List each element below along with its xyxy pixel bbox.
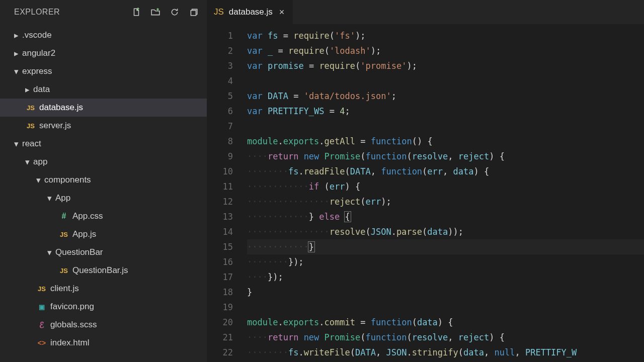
editor-pane: JS database.js × 12345678910111213141516… bbox=[207, 0, 644, 362]
tree-item-label: index.html bbox=[50, 338, 89, 348]
collapse-all-icon[interactable] bbox=[189, 7, 199, 17]
tree-item-label: QuestionBar.js bbox=[72, 265, 128, 276]
code-line: ············} bbox=[247, 239, 644, 254]
tab-filename: database.js bbox=[229, 7, 273, 17]
code-line: var DATA = 'data/todos.json'; bbox=[247, 88, 644, 104]
js-icon: JS bbox=[57, 267, 70, 275]
folder-app[interactable]: ▾app bbox=[0, 153, 207, 171]
chevron-down-icon: ▾ bbox=[46, 247, 52, 258]
tree-item-label: data bbox=[33, 84, 50, 95]
line-number: 17 bbox=[207, 269, 233, 285]
new-folder-icon[interactable] bbox=[150, 7, 160, 17]
line-number: 2 bbox=[207, 43, 233, 58]
line-number: 10 bbox=[207, 164, 233, 179]
folder-data[interactable]: ▸data bbox=[0, 80, 207, 99]
code-area[interactable]: 12345678910111213141516171819202122 var … bbox=[207, 24, 644, 362]
code-line: ····}); bbox=[247, 269, 644, 285]
explorer-sidebar: EXPLORER ▸.vscode▸angular2▾express▸dataJ… bbox=[0, 0, 207, 362]
file-App.js[interactable]: JSApp.js bbox=[0, 225, 207, 243]
code-line: ················reject(err); bbox=[247, 194, 644, 209]
tree-item-label: App bbox=[55, 193, 70, 203]
file-favicon.png[interactable]: ▣favicon.png bbox=[0, 298, 207, 316]
code-line: ············if (err) { bbox=[247, 179, 644, 194]
code-line: ············} else { bbox=[247, 209, 644, 224]
code-content[interactable]: var fs = require('fs');var _ = require('… bbox=[247, 24, 644, 362]
file-QuestionBar.js[interactable]: JSQuestionBar.js bbox=[0, 261, 207, 280]
code-line: ················resolve(JSON.parse(data)… bbox=[247, 224, 644, 239]
tree-item-label: globals.scss bbox=[50, 320, 97, 330]
tree-item-label: App.css bbox=[72, 211, 103, 221]
line-number: 1 bbox=[207, 28, 233, 43]
explorer-header: EXPLORER bbox=[0, 0, 207, 24]
line-number: 5 bbox=[207, 88, 233, 104]
code-line: var fs = require('fs'); bbox=[247, 28, 644, 43]
tree-item-label: react bbox=[22, 139, 41, 149]
chevron-down-icon: ▾ bbox=[13, 66, 19, 77]
code-line: var PRETTIFY_WS = 4; bbox=[247, 104, 644, 119]
html-icon: <> bbox=[35, 339, 48, 347]
folder-components[interactable]: ▾components bbox=[0, 171, 207, 189]
code-line: ········fs.writeFile(DATA, JSON.stringif… bbox=[247, 345, 644, 360]
code-line: module.exports.commit = function(data) { bbox=[247, 315, 644, 330]
line-number: 20 bbox=[207, 315, 233, 330]
code-line: ····return new Promise(function(resolve,… bbox=[247, 330, 644, 345]
line-number: 22 bbox=[207, 345, 233, 360]
chevron-right-icon: ▸ bbox=[24, 84, 30, 95]
code-line: var _ = require('lodash'); bbox=[247, 43, 644, 58]
tree-item-label: .vscode bbox=[22, 30, 52, 40]
editor-tab-database[interactable]: JS database.js × bbox=[207, 0, 293, 24]
tree-item-label: components bbox=[44, 175, 91, 185]
line-number: 6 bbox=[207, 104, 233, 119]
file-tree: ▸.vscode▸angular2▾express▸dataJSdatabase… bbox=[0, 24, 207, 362]
code-line bbox=[247, 73, 644, 88]
js-icon: JS bbox=[35, 285, 48, 293]
line-number: 7 bbox=[207, 119, 233, 134]
chevron-down-icon: ▾ bbox=[24, 157, 30, 167]
line-number: 16 bbox=[207, 254, 233, 269]
explorer-title: EXPLORER bbox=[14, 8, 131, 17]
file-database.js[interactable]: JSdatabase.js bbox=[0, 99, 207, 117]
js-icon: JS bbox=[24, 104, 37, 112]
file-App.css[interactable]: #App.css bbox=[0, 207, 207, 225]
file-server.js[interactable]: JSserver.js bbox=[0, 117, 207, 135]
js-icon: JS bbox=[24, 122, 37, 130]
tree-item-label: app bbox=[33, 157, 47, 167]
file-globals.scss[interactable]: ℰglobals.scss bbox=[0, 316, 207, 334]
line-number: 21 bbox=[207, 330, 233, 345]
explorer-actions bbox=[131, 7, 199, 17]
tree-item-label: server.js bbox=[39, 121, 71, 131]
tree-item-label: QuestionBar bbox=[55, 247, 103, 257]
tree-item-label: angular2 bbox=[22, 48, 55, 58]
code-line: ········fs.readFile(DATA, function(err, … bbox=[247, 164, 644, 179]
tree-item-label: client.js bbox=[50, 284, 79, 294]
line-number: 11 bbox=[207, 179, 233, 194]
new-file-icon[interactable] bbox=[131, 7, 141, 17]
code-line: module.exports.getAll = function() { bbox=[247, 134, 644, 149]
scss-icon: ℰ bbox=[35, 320, 48, 330]
code-line: } bbox=[247, 285, 644, 300]
line-number: 19 bbox=[207, 300, 233, 315]
file-client.js[interactable]: JSclient.js bbox=[0, 280, 207, 298]
folder-angular2[interactable]: ▸angular2 bbox=[0, 44, 207, 62]
tree-item-label: database.js bbox=[39, 103, 83, 113]
close-icon[interactable]: × bbox=[278, 7, 286, 18]
folder-QuestionBar[interactable]: ▾QuestionBar bbox=[0, 243, 207, 261]
file-index.html[interactable]: <>index.html bbox=[0, 334, 207, 352]
js-icon: JS bbox=[214, 7, 224, 17]
code-line: var promise = require('promise'); bbox=[247, 58, 644, 73]
folder-App[interactable]: ▾App bbox=[0, 189, 207, 207]
chevron-right-icon: ▸ bbox=[13, 30, 19, 41]
refresh-icon[interactable] bbox=[170, 7, 180, 17]
png-icon: ▣ bbox=[35, 303, 48, 311]
chevron-down-icon: ▾ bbox=[46, 193, 52, 204]
folder-express[interactable]: ▾express bbox=[0, 62, 207, 80]
folder-react[interactable]: ▾react bbox=[0, 135, 207, 153]
line-number: 15 bbox=[207, 239, 233, 254]
folder-.vscode[interactable]: ▸.vscode bbox=[0, 26, 207, 44]
tree-item-label: favicon.png bbox=[50, 302, 94, 312]
chevron-right-icon: ▸ bbox=[13, 48, 19, 59]
line-number: 14 bbox=[207, 224, 233, 239]
tree-item-label: express bbox=[22, 66, 52, 76]
code-line bbox=[247, 119, 644, 134]
line-number: 3 bbox=[207, 58, 233, 73]
